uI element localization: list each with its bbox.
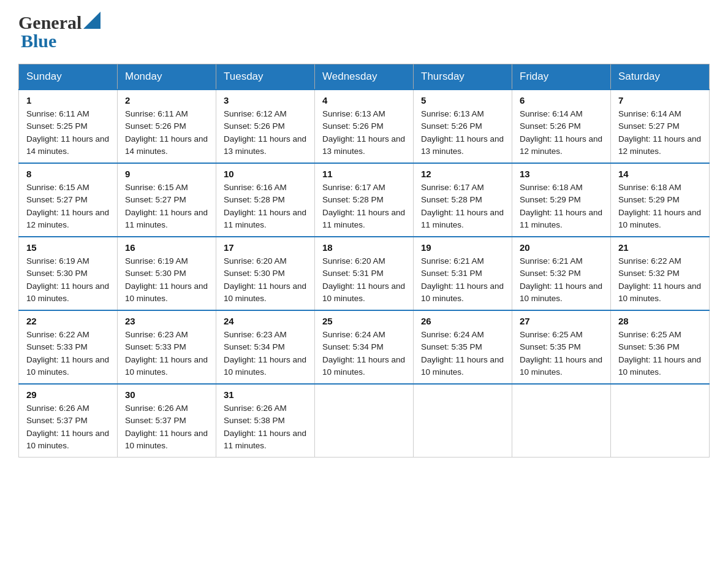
calendar-cell: 23 Sunrise: 6:23 AMSunset: 5:33 PMDaylig… bbox=[118, 310, 216, 384]
calendar-cell: 9 Sunrise: 6:15 AMSunset: 5:27 PMDayligh… bbox=[118, 163, 216, 237]
day-number: 14 bbox=[618, 169, 702, 179]
calendar-cell: 30 Sunrise: 6:26 AMSunset: 5:37 PMDaylig… bbox=[118, 384, 216, 458]
calendar-cell: 13 Sunrise: 6:18 AMSunset: 5:29 PMDaylig… bbox=[512, 163, 611, 237]
day-info: Sunrise: 6:24 AMSunset: 5:34 PMDaylight:… bbox=[322, 330, 405, 377]
calendar-cell: 24 Sunrise: 6:23 AMSunset: 5:34 PMDaylig… bbox=[216, 310, 315, 384]
day-info: Sunrise: 6:20 AMSunset: 5:30 PMDaylight:… bbox=[224, 256, 306, 303]
day-number: 19 bbox=[421, 242, 504, 253]
day-info: Sunrise: 6:11 AMSunset: 5:26 PMDaylight:… bbox=[125, 109, 208, 156]
day-info: Sunrise: 6:14 AMSunset: 5:27 PMDaylight:… bbox=[618, 109, 701, 156]
calendar-cell: 19 Sunrise: 6:21 AMSunset: 5:31 PMDaylig… bbox=[414, 237, 512, 310]
day-info: Sunrise: 6:23 AMSunset: 5:33 PMDaylight:… bbox=[125, 330, 208, 377]
day-info: Sunrise: 6:15 AMSunset: 5:27 PMDaylight:… bbox=[125, 183, 208, 229]
calendar-cell: 22 Sunrise: 6:22 AMSunset: 5:33 PMDaylig… bbox=[19, 310, 118, 384]
calendar-cell bbox=[414, 384, 512, 458]
calendar-cell: 27 Sunrise: 6:25 AMSunset: 5:35 PMDaylig… bbox=[512, 310, 611, 384]
day-number: 10 bbox=[224, 169, 307, 179]
day-number: 11 bbox=[322, 169, 406, 179]
day-info: Sunrise: 6:14 AMSunset: 5:26 PMDaylight:… bbox=[520, 109, 602, 156]
calendar-cell: 4 Sunrise: 6:13 AMSunset: 5:26 PMDayligh… bbox=[315, 90, 414, 163]
svg-marker-0 bbox=[83, 12, 100, 29]
day-info: Sunrise: 6:21 AMSunset: 5:31 PMDaylight:… bbox=[421, 256, 504, 303]
day-info: Sunrise: 6:25 AMSunset: 5:36 PMDaylight:… bbox=[618, 330, 701, 377]
calendar-week-row: 1 Sunrise: 6:11 AMSunset: 5:25 PMDayligh… bbox=[19, 90, 710, 163]
day-number: 21 bbox=[618, 242, 702, 253]
calendar-week-row: 8 Sunrise: 6:15 AMSunset: 5:27 PMDayligh… bbox=[19, 163, 710, 237]
calendar-cell: 25 Sunrise: 6:24 AMSunset: 5:34 PMDaylig… bbox=[315, 310, 414, 384]
day-info: Sunrise: 6:22 AMSunset: 5:33 PMDaylight:… bbox=[26, 330, 109, 377]
calendar-cell: 16 Sunrise: 6:19 AMSunset: 5:30 PMDaylig… bbox=[118, 237, 216, 310]
day-info: Sunrise: 6:25 AMSunset: 5:35 PMDaylight:… bbox=[520, 330, 602, 377]
day-of-week-header: Wednesday bbox=[315, 64, 414, 90]
calendar-cell: 7 Sunrise: 6:14 AMSunset: 5:27 PMDayligh… bbox=[611, 90, 710, 163]
day-number: 18 bbox=[322, 242, 406, 253]
page-header: General Blue bbox=[18, 12, 710, 52]
calendar-week-row: 22 Sunrise: 6:22 AMSunset: 5:33 PMDaylig… bbox=[19, 310, 710, 384]
calendar-cell: 10 Sunrise: 6:16 AMSunset: 5:28 PMDaylig… bbox=[216, 163, 315, 237]
day-number: 26 bbox=[421, 316, 504, 326]
calendar-cell: 2 Sunrise: 6:11 AMSunset: 5:26 PMDayligh… bbox=[118, 90, 216, 163]
day-number: 25 bbox=[322, 316, 406, 326]
day-number: 23 bbox=[125, 316, 208, 326]
day-number: 3 bbox=[224, 95, 307, 105]
day-number: 2 bbox=[125, 95, 208, 105]
day-number: 20 bbox=[520, 242, 603, 253]
day-number: 4 bbox=[322, 95, 406, 105]
day-info: Sunrise: 6:20 AMSunset: 5:31 PMDaylight:… bbox=[322, 256, 405, 303]
day-info: Sunrise: 6:12 AMSunset: 5:26 PMDaylight:… bbox=[224, 109, 306, 156]
calendar-table: SundayMondayTuesdayWednesdayThursdayFrid… bbox=[18, 64, 710, 458]
calendar-cell: 11 Sunrise: 6:17 AMSunset: 5:28 PMDaylig… bbox=[315, 163, 414, 237]
day-info: Sunrise: 6:18 AMSunset: 5:29 PMDaylight:… bbox=[520, 183, 602, 229]
calendar-cell: 14 Sunrise: 6:18 AMSunset: 5:29 PMDaylig… bbox=[611, 163, 710, 237]
calendar-week-row: 15 Sunrise: 6:19 AMSunset: 5:30 PMDaylig… bbox=[19, 237, 710, 310]
calendar-cell: 17 Sunrise: 6:20 AMSunset: 5:30 PMDaylig… bbox=[216, 237, 315, 310]
day-number: 9 bbox=[125, 169, 208, 179]
day-info: Sunrise: 6:26 AMSunset: 5:37 PMDaylight:… bbox=[26, 404, 109, 450]
day-of-week-header: Friday bbox=[512, 64, 611, 90]
day-number: 30 bbox=[125, 389, 208, 400]
calendar-cell: 8 Sunrise: 6:15 AMSunset: 5:27 PMDayligh… bbox=[19, 163, 118, 237]
calendar-cell: 29 Sunrise: 6:26 AMSunset: 5:37 PMDaylig… bbox=[19, 384, 118, 458]
day-number: 15 bbox=[26, 242, 110, 253]
day-info: Sunrise: 6:24 AMSunset: 5:35 PMDaylight:… bbox=[421, 330, 504, 377]
day-info: Sunrise: 6:26 AMSunset: 5:37 PMDaylight:… bbox=[125, 404, 208, 450]
day-number: 1 bbox=[26, 95, 110, 105]
day-number: 29 bbox=[26, 389, 110, 400]
day-of-week-header: Thursday bbox=[414, 64, 512, 90]
calendar-cell: 20 Sunrise: 6:21 AMSunset: 5:32 PMDaylig… bbox=[512, 237, 611, 310]
day-number: 6 bbox=[520, 95, 603, 105]
day-number: 16 bbox=[125, 242, 208, 253]
day-number: 5 bbox=[421, 95, 504, 105]
calendar-cell: 6 Sunrise: 6:14 AMSunset: 5:26 PMDayligh… bbox=[512, 90, 611, 163]
day-info: Sunrise: 6:17 AMSunset: 5:28 PMDaylight:… bbox=[421, 183, 504, 229]
day-number: 12 bbox=[421, 169, 504, 179]
calendar-cell: 18 Sunrise: 6:20 AMSunset: 5:31 PMDaylig… bbox=[315, 237, 414, 310]
logo: General Blue bbox=[18, 12, 100, 52]
day-info: Sunrise: 6:13 AMSunset: 5:26 PMDaylight:… bbox=[322, 109, 405, 156]
day-number: 28 bbox=[618, 316, 702, 326]
calendar-week-row: 29 Sunrise: 6:26 AMSunset: 5:37 PMDaylig… bbox=[19, 384, 710, 458]
day-of-week-header: Tuesday bbox=[216, 64, 315, 90]
day-info: Sunrise: 6:15 AMSunset: 5:27 PMDaylight:… bbox=[26, 183, 109, 229]
day-info: Sunrise: 6:21 AMSunset: 5:32 PMDaylight:… bbox=[520, 256, 602, 303]
calendar-cell: 28 Sunrise: 6:25 AMSunset: 5:36 PMDaylig… bbox=[611, 310, 710, 384]
calendar-cell bbox=[512, 384, 611, 458]
day-number: 17 bbox=[224, 242, 307, 253]
day-info: Sunrise: 6:16 AMSunset: 5:28 PMDaylight:… bbox=[224, 183, 306, 229]
day-number: 27 bbox=[520, 316, 603, 326]
day-of-week-header: Saturday bbox=[611, 64, 710, 90]
day-info: Sunrise: 6:19 AMSunset: 5:30 PMDaylight:… bbox=[125, 256, 208, 303]
calendar-header-row: SundayMondayTuesdayWednesdayThursdayFrid… bbox=[19, 64, 710, 90]
day-of-week-header: Sunday bbox=[19, 64, 118, 90]
day-info: Sunrise: 6:26 AMSunset: 5:38 PMDaylight:… bbox=[224, 404, 306, 450]
day-info: Sunrise: 6:11 AMSunset: 5:25 PMDaylight:… bbox=[26, 109, 109, 156]
day-number: 7 bbox=[618, 95, 702, 105]
day-info: Sunrise: 6:18 AMSunset: 5:29 PMDaylight:… bbox=[618, 183, 701, 229]
day-number: 24 bbox=[224, 316, 307, 326]
day-info: Sunrise: 6:13 AMSunset: 5:26 PMDaylight:… bbox=[421, 109, 504, 156]
calendar-cell: 31 Sunrise: 6:26 AMSunset: 5:38 PMDaylig… bbox=[216, 384, 315, 458]
calendar-cell: 1 Sunrise: 6:11 AMSunset: 5:25 PMDayligh… bbox=[19, 90, 118, 163]
calendar-cell: 15 Sunrise: 6:19 AMSunset: 5:30 PMDaylig… bbox=[19, 237, 118, 310]
calendar-cell bbox=[315, 384, 414, 458]
day-number: 22 bbox=[26, 316, 110, 326]
